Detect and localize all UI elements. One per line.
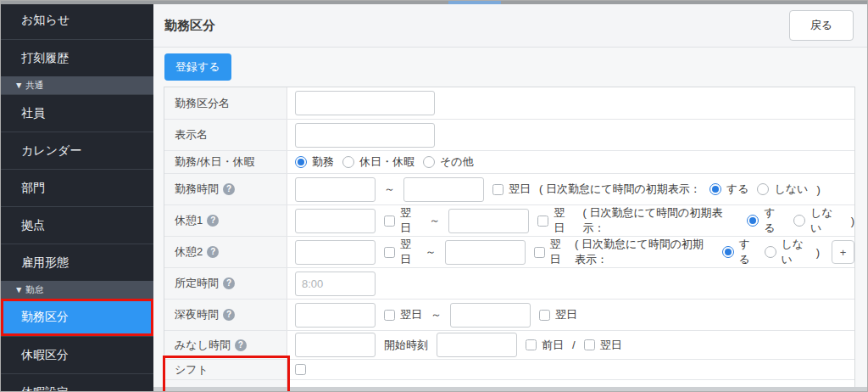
- break1-initial-yes-radio[interactable]: する: [747, 205, 785, 236]
- initial-display-text: ( 日次勤怠にて時間の初期表示：: [583, 205, 739, 236]
- radio-icon[interactable]: [793, 215, 805, 227]
- work-type-form: 勤務区分名 表示名 勤務/休日・休暇: [164, 87, 855, 392]
- help-icon[interactable]: ?: [207, 215, 219, 227]
- checkbox-icon[interactable]: [537, 216, 548, 227]
- row-scheduled-time: 所定時間 ?: [164, 267, 854, 299]
- radio-holiday[interactable]: 休日・休暇: [342, 154, 415, 170]
- sidebar-item-1[interactable]: 打刻履歴: [1, 39, 153, 76]
- midnight-start-input[interactable]: [295, 303, 376, 328]
- browser-tab-indicator: [448, 1, 501, 4]
- sidebar-item-9[interactable]: 勤務区分: [1, 299, 153, 336]
- work-time-end-input[interactable]: [403, 177, 484, 202]
- break2-start-next-day-checkbox[interactable]: 翌日: [384, 237, 417, 267]
- checkbox-icon[interactable]: [526, 339, 537, 350]
- sidebar: お知らせ打刻履歴▼ 共通社員カレンダー部門拠点雇用形態▼ 勤怠勤務区分休暇区分休…: [1, 2, 153, 392]
- radio-icon[interactable]: [747, 215, 759, 227]
- sidebar-item-10[interactable]: 休暇区分: [1, 336, 153, 373]
- row-midnight-time: 深夜時間 ? 翌日 ～ 翌日: [164, 299, 854, 330]
- work-time-initial-no-radio[interactable]: しない: [757, 182, 808, 197]
- page-header: 勤務区分 戻る: [153, 4, 868, 48]
- help-icon[interactable]: ?: [223, 309, 235, 321]
- work-time-label: 勤務時間 ?: [164, 174, 287, 204]
- work-type-name-label: 勤務区分名: [164, 87, 287, 119]
- initial-display-text: ( 日次勤怠にて時間の初期表示：: [539, 182, 701, 197]
- checkbox-icon[interactable]: [384, 216, 395, 227]
- checkbox-icon[interactable]: [384, 247, 395, 258]
- radio-icon[interactable]: [757, 183, 769, 195]
- help-icon[interactable]: ?: [223, 277, 235, 289]
- sidebar-item-4[interactable]: カレンダー: [1, 132, 153, 169]
- radio-icon[interactable]: [709, 183, 721, 195]
- work-time-initial-yes-radio[interactable]: する: [709, 182, 749, 197]
- add-break-button[interactable]: +: [832, 240, 854, 264]
- checkbox-icon[interactable]: [539, 310, 550, 321]
- work-time-start-input[interactable]: [295, 177, 376, 202]
- sidebar-item-5[interactable]: 部門: [1, 169, 153, 206]
- register-button[interactable]: 登録する: [164, 53, 231, 81]
- deemed-start-time-input[interactable]: [437, 333, 517, 357]
- break2-initial-no-radio[interactable]: しない: [765, 237, 808, 267]
- scheduled-time-label: 所定時間 ?: [164, 268, 287, 299]
- checkbox-icon[interactable]: [584, 339, 595, 350]
- break2-label: 休憩2 ?: [164, 237, 287, 267]
- app-window: お知らせ打刻履歴▼ 共通社員カレンダー部門拠点雇用形態▼ 勤怠勤務区分休暇区分休…: [0, 0, 868, 392]
- sidebar-item-0[interactable]: お知らせ: [1, 2, 153, 39]
- midnight-time-label: 深夜時間 ?: [164, 300, 287, 330]
- break2-initial-yes-radio[interactable]: する: [722, 237, 756, 267]
- break1-label: 休憩1 ?: [164, 205, 287, 236]
- shift-checkbox[interactable]: [295, 364, 306, 375]
- sidebar-item-6[interactable]: 拠点: [1, 206, 153, 244]
- initial-display-text: ( 日次勤怠にて時間の初期表示：: [575, 237, 713, 267]
- radio-work[interactable]: 勤務: [295, 154, 334, 170]
- midnight-start-next-day-checkbox[interactable]: 翌日: [384, 307, 422, 322]
- midnight-end-input[interactable]: [450, 303, 531, 328]
- radio-icon[interactable]: [765, 246, 776, 258]
- help-icon[interactable]: ?: [223, 183, 235, 195]
- sidebar-section-8[interactable]: ▼ 勤怠: [1, 281, 153, 299]
- break1-end-input[interactable]: [448, 209, 529, 233]
- break1-start-input[interactable]: [295, 209, 376, 233]
- break1-end-next-day-checkbox[interactable]: 翌日: [537, 205, 574, 236]
- sidebar-item-3[interactable]: 社員: [1, 94, 153, 132]
- row-break1: 休憩1 ? 翌日 ～ 翌日 ( 日次勤怠にて時間の初期表示：: [164, 204, 854, 236]
- work-type-name-input[interactable]: [295, 91, 435, 115]
- toolbar: 登録する: [153, 48, 868, 87]
- sidebar-item-11[interactable]: 休暇設定: [1, 373, 153, 392]
- checkbox-icon[interactable]: [492, 184, 504, 195]
- sidebar-section-2[interactable]: ▼ 共通: [1, 76, 153, 94]
- row-work-holiday-type: 勤務/休日・休暇 勤務 休日・休暇 その他: [164, 150, 854, 173]
- sidebar-item-7[interactable]: 雇用形態: [1, 244, 153, 281]
- midnight-end-next-day-checkbox[interactable]: 翌日: [539, 307, 577, 322]
- break2-end-next-day-checkbox[interactable]: 翌日: [534, 237, 567, 267]
- main-content: 勤務区分 戻る 登録する 勤務区分名 表示名: [153, 4, 868, 392]
- break1-initial-no-radio[interactable]: しない: [793, 205, 843, 236]
- scheduled-time-input[interactable]: [295, 272, 376, 296]
- checkbox-icon[interactable]: [534, 247, 545, 258]
- deemed-time-label: みなし時間 ?: [164, 331, 287, 359]
- deemed-next-day-checkbox[interactable]: 翌日: [584, 338, 622, 353]
- radio-icon[interactable]: [722, 246, 734, 258]
- break2-end-input[interactable]: [445, 240, 526, 265]
- browser-edge-strip: [1, 1, 867, 4]
- row-display-name: 表示名: [164, 119, 854, 150]
- work-holiday-type-label: 勤務/休日・休暇: [164, 151, 287, 173]
- radio-icon[interactable]: [295, 156, 307, 168]
- row-work-time: 勤務時間 ? ～ 翌日 ( 日次勤怠にて時間の初期表示： する: [164, 173, 854, 204]
- help-icon[interactable]: ?: [235, 339, 247, 351]
- break2-start-input[interactable]: [295, 240, 376, 265]
- radio-icon[interactable]: [342, 156, 354, 168]
- break1-start-next-day-checkbox[interactable]: 翌日: [384, 205, 420, 236]
- work-time-next-day-checkbox[interactable]: 翌日: [492, 182, 531, 197]
- page-bottom-strip: [153, 387, 867, 391]
- radio-icon[interactable]: [423, 156, 435, 168]
- checkbox-icon[interactable]: [384, 310, 395, 321]
- deemed-prev-day-checkbox[interactable]: 前日: [526, 338, 564, 353]
- row-shift: シフト: [164, 359, 854, 379]
- page-title: 勤務区分: [164, 18, 215, 34]
- help-icon[interactable]: ?: [207, 246, 219, 258]
- display-name-input[interactable]: [295, 123, 435, 148]
- radio-other[interactable]: その他: [423, 154, 474, 170]
- row-break2: 休憩2 ? 翌日 ～ 翌日 ( 日次勤怠にて時間の初期表示：: [164, 236, 854, 267]
- back-button[interactable]: 戻る: [789, 10, 854, 41]
- deemed-time-input[interactable]: [295, 333, 376, 357]
